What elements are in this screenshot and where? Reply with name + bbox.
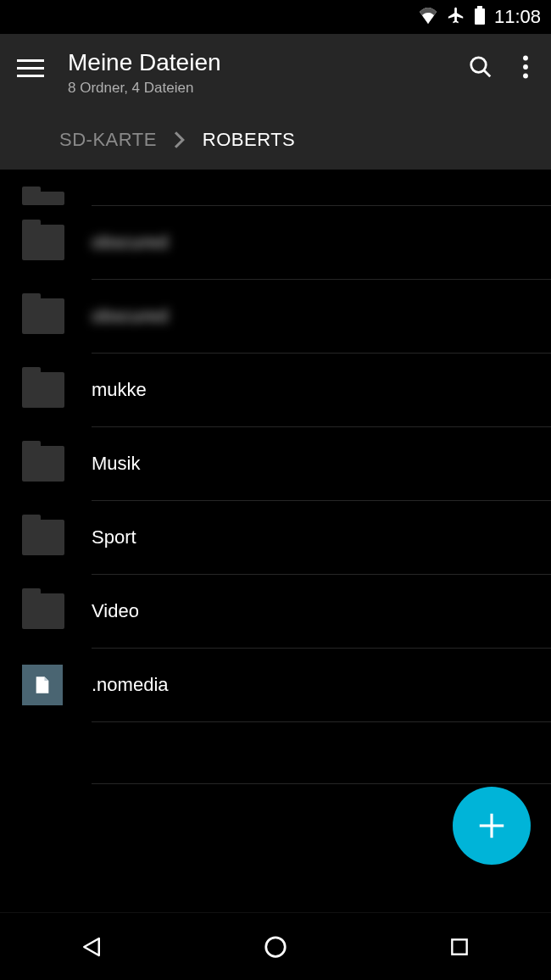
folder-icon — [22, 192, 64, 205]
svg-point-4 — [523, 56, 528, 61]
list-item[interactable]: Sport — [0, 501, 551, 574]
home-button[interactable] — [242, 922, 309, 972]
list-item[interactable]: obscured — [0, 206, 551, 279]
folder-icon — [22, 225, 64, 260]
item-name: .nomedia — [92, 674, 551, 697]
status-bar: 11:08 — [0, 0, 551, 34]
list-item[interactable]: mukke — [0, 354, 551, 426]
item-name: Video — [92, 600, 551, 623]
status-time: 11:08 — [494, 6, 541, 28]
svg-rect-0 — [475, 8, 485, 25]
svg-point-6 — [523, 74, 528, 79]
item-name: obscured — [92, 305, 551, 328]
folder-icon — [22, 298, 64, 334]
breadcrumb-root[interactable]: SD-KARTE — [59, 129, 157, 151]
wifi-icon — [418, 7, 438, 27]
page-title: Meine Dateien — [68, 49, 468, 76]
item-name: obscured — [92, 231, 551, 254]
menu-button[interactable] — [17, 54, 44, 81]
svg-point-5 — [523, 64, 528, 70]
item-name: Musik — [92, 453, 551, 476]
breadcrumb: SD-KARTE ROBERTS — [0, 110, 551, 170]
more-button[interactable] — [522, 55, 529, 82]
list-item[interactable]: Aufnahmen — [0, 170, 551, 205]
airplane-icon — [447, 6, 465, 28]
folder-icon — [22, 372, 64, 408]
svg-rect-1 — [477, 6, 482, 8]
add-button[interactable] — [453, 787, 531, 865]
recent-button[interactable] — [426, 922, 493, 972]
battery-icon — [474, 6, 486, 28]
item-name: mukke — [92, 379, 551, 402]
back-button[interactable] — [58, 922, 125, 972]
breadcrumb-current: ROBERTS — [203, 129, 295, 151]
list-item[interactable]: obscured — [0, 280, 551, 353]
folder-icon — [22, 520, 64, 555]
svg-rect-10 — [452, 939, 466, 954]
toolbar: Meine Dateien 8 Ordner, 4 Dateien — [0, 34, 551, 110]
folder-icon — [22, 593, 64, 629]
page-subtitle: 8 Ordner, 4 Dateien — [68, 80, 468, 97]
svg-point-9 — [266, 937, 286, 956]
list-item[interactable]: Musik — [0, 427, 551, 500]
list-item[interactable]: .nomedia — [0, 649, 551, 721]
svg-line-3 — [484, 70, 491, 77]
file-list[interactable]: AufnahmenobscuredobscuredmukkeMusikSport… — [0, 170, 551, 784]
chevron-right-icon — [174, 131, 186, 148]
search-button[interactable] — [468, 54, 493, 83]
folder-icon — [22, 446, 64, 482]
nav-bar — [0, 912, 551, 980]
file-icon — [22, 665, 63, 705]
item-name: Sport — [92, 526, 551, 549]
svg-point-2 — [471, 58, 487, 73]
list-item[interactable]: Video — [0, 575, 551, 648]
